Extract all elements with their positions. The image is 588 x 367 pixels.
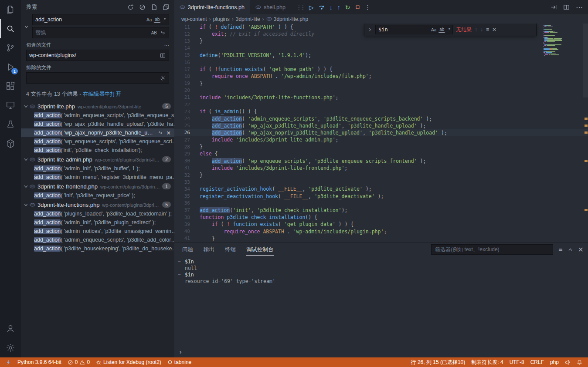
search-match-row[interactable]: add_action( 'plugins_loaded', 'p3dlite_l…	[21, 209, 174, 218]
find-expand-chevron-icon[interactable]	[368, 27, 372, 32]
more-actions-icon[interactable]: ⋯	[576, 3, 583, 11]
breadcrumb-item[interactable]: 3dprint-lite.php	[266, 16, 308, 22]
debug-more-icon[interactable]: ⋮	[365, 4, 371, 11]
code-line[interactable]: 32}	[174, 172, 588, 178]
open-editors-only-icon[interactable]	[159, 52, 167, 59]
extensions-icon[interactable]	[0, 77, 21, 96]
code-line[interactable]: 37add_action('init', 'p3dlite_check_inst…	[174, 207, 588, 214]
include-files-input[interactable]	[27, 52, 158, 58]
code-area[interactable]: 11if ( ! defined( 'ABSPATH' ) ) {12 exit…	[174, 24, 588, 242]
console-filter-input[interactable]	[432, 246, 553, 253]
panel-close-icon[interactable]: ✕	[578, 246, 584, 254]
python-interpreter[interactable]: Python 3.9.6 64-bit	[14, 357, 65, 367]
code-line[interactable]: 21include 'includes/3dprint-lite-functio…	[174, 94, 588, 101]
match-case-icon[interactable]: Aa	[145, 17, 153, 23]
find-input-box[interactable]: $in Aa ab .*	[375, 25, 453, 34]
search-file-row[interactable]: 3dprint-lite.phpwp-content/plugins/3dpri…	[21, 101, 174, 111]
find-previous-icon[interactable]: ↑	[475, 27, 477, 33]
editor-scrollbar[interactable]	[583, 24, 588, 98]
search-match-row[interactable]: add_action( 'admin_notices', 'p3dlite_un…	[21, 227, 174, 236]
editor-tab[interactable]: shell.php	[250, 0, 291, 14]
replace-input[interactable]	[33, 30, 150, 36]
remote-explorer-icon[interactable]	[0, 96, 21, 115]
code-line[interactable]: 35register_deactivation_hook( __FILE__, …	[174, 193, 588, 200]
split-editor-icon[interactable]	[563, 4, 570, 10]
open-in-editor-link[interactable]: 在编辑器中打开	[83, 91, 121, 97]
xdebug-status[interactable]: Listen for Xdebug (root2)	[93, 357, 164, 367]
settings-gear-icon[interactable]	[0, 338, 21, 357]
toggle-replace-chevron-icon[interactable]	[24, 24, 29, 29]
search-match-row[interactable]: add_action( 'admin_enqueue_scripts', 'p3…	[21, 236, 174, 244]
panel-tab[interactable]: 终端	[225, 244, 236, 255]
find-match-case-icon[interactable]: Aa	[430, 27, 438, 33]
search-match-row[interactable]: add_action( 'wp_ajax_p3dlite_handle_uplo…	[21, 120, 174, 128]
code-line[interactable]: 33	[174, 178, 588, 185]
search-match-row[interactable]: add_action( 'admin_enqueue_scripts', 'p3…	[21, 111, 174, 120]
new-search-editor-icon[interactable]	[151, 4, 157, 10]
find-next-icon[interactable]: ↓	[480, 27, 483, 33]
exclude-settings-gear-icon[interactable]	[159, 75, 167, 81]
replace-all-icon[interactable]	[159, 30, 167, 36]
debug-step-out-icon[interactable]: ↑	[337, 4, 340, 11]
code-line[interactable]: 15define('P3DLITE_VERSION', '1.9.1.4');	[174, 52, 588, 59]
breadcrumb-item[interactable]: 3dprint-lite	[236, 16, 260, 22]
indentation[interactable]: 制表符长度: 4	[468, 357, 506, 367]
collapse-all-icon[interactable]	[163, 4, 169, 10]
debug-console-output[interactable]: →$Innull→$inresource id='69' type='strea…	[174, 258, 588, 347]
code-line[interactable]: 13}	[174, 37, 588, 44]
search-match-row[interactable]: add_action( 'admin_menu', 'register_3dpr…	[21, 173, 174, 182]
account-icon[interactable]	[0, 319, 21, 338]
search-match-row[interactable]: add_action('init', 'p3dlite_check_instal…	[21, 146, 174, 155]
search-icon[interactable]	[0, 19, 21, 38]
console-prompt-chevron-icon[interactable]: ›	[180, 349, 181, 355]
preserve-case-icon[interactable]: AB	[150, 30, 158, 36]
problems-status[interactable]: 0 0	[65, 357, 93, 367]
search-file-row[interactable]: 3dprint-lite-frontend.phpwp-content/plug…	[21, 182, 174, 191]
debug-continue-icon[interactable]: ▷	[309, 4, 314, 11]
code-line[interactable]: 29else {	[174, 150, 588, 157]
language-mode[interactable]: php	[547, 357, 562, 367]
find-close-icon[interactable]: ✕	[492, 27, 496, 33]
debug-step-into-icon[interactable]: ↓	[330, 4, 333, 11]
tabnine-status[interactable]: tabnine	[164, 357, 194, 367]
code-line[interactable]: 24 add_action( 'admin_enqueue_scripts', …	[174, 115, 588, 122]
code-line[interactable]: 20	[174, 87, 588, 94]
code-line[interactable]: 25 add_action( 'wp_ajax_p3dlite_handle_u…	[174, 122, 588, 129]
code-line[interactable]: 36	[174, 200, 588, 207]
code-line[interactable]: 28}	[174, 143, 588, 150]
panel-tab[interactable]: 调试控制台	[246, 244, 274, 255]
find-in-selection-icon[interactable]: ≡	[486, 27, 489, 33]
notifications-bell-icon[interactable]	[574, 357, 585, 367]
find-input-value[interactable]: $in	[378, 27, 429, 33]
search-match-row[interactable]: add_action( 'p3dlite_housekeeping', 'p3d…	[21, 244, 174, 253]
regex-icon[interactable]: .*	[161, 17, 167, 23]
packages-icon[interactable]	[0, 134, 21, 153]
search-match-row[interactable]: add_action( 'wp_enqueue_scripts', 'p3dli…	[21, 137, 174, 146]
run-debug-icon[interactable]: 1	[0, 57, 21, 77]
debug-step-over-icon[interactable]	[319, 4, 325, 10]
eol-sequence[interactable]: CRLF	[527, 357, 547, 367]
editor-tab[interactable]: 3dprint-lite-functions.ph	[174, 0, 250, 14]
testing-icon[interactable]	[0, 115, 21, 134]
code-line[interactable]: 18 require_once ABSPATH . '/wp-admin/inc…	[174, 73, 588, 80]
debug-stop-icon[interactable]	[355, 5, 360, 10]
find-regex-icon[interactable]: .*	[446, 27, 452, 33]
search-input[interactable]	[33, 17, 145, 23]
debug-restart-icon[interactable]: ↻	[345, 4, 350, 11]
debug-toolbar-grip-icon[interactable]: ⋮⋮	[296, 4, 304, 10]
code-line[interactable]: 27 include 'includes/3dprint-lite-admin.…	[174, 136, 588, 143]
code-line[interactable]: 34register_activation_hook( __FILE__, 'p…	[174, 185, 588, 192]
breadcrumb-item[interactable]: plugins	[213, 16, 230, 22]
find-whole-word-icon[interactable]: ab	[438, 27, 445, 33]
cursor-position[interactable]: 行 26, 列 15 (已选择10)	[408, 357, 469, 367]
clear-results-icon[interactable]	[139, 4, 146, 10]
code-line[interactable]: 22	[174, 101, 588, 108]
search-match-row[interactable]: add_action( 'admin_init', 'p3dlite_plugi…	[21, 218, 174, 227]
code-line[interactable]: 39 if ( ! function_exists( 'get_plugin_d…	[174, 221, 588, 228]
whole-word-icon[interactable]: ab	[153, 17, 161, 23]
source-control-icon[interactable]	[0, 38, 21, 57]
search-match-row[interactable]: add_action( 'admin_init', 'p3dlite_buffe…	[21, 164, 174, 173]
search-match-row[interactable]: add_action( 'init', 'p3dlite_request_pri…	[21, 191, 174, 200]
search-file-row[interactable]: 3dprint-lite-functions.phpwp-content/plu…	[21, 200, 174, 209]
filter-lines-icon[interactable]: ≡	[558, 246, 562, 253]
